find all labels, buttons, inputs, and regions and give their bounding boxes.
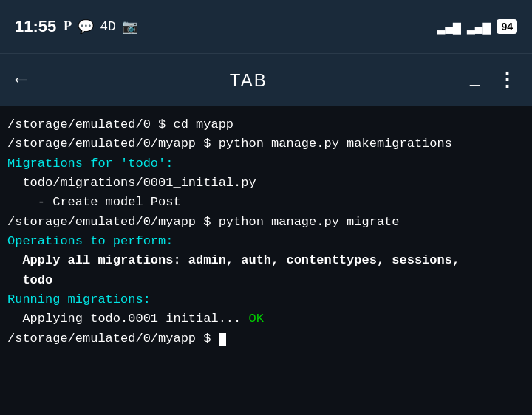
terminal-line-6: /storage/emulated/0/myapp $ python manag… <box>7 213 525 232</box>
terminal-line-2: /storage/emulated/0/myapp $ python manag… <box>7 134 525 154</box>
more-options-button[interactable]: ⋮ <box>497 69 517 92</box>
signal-icon: ▂▄▆ <box>437 18 460 35</box>
terminal-line-7: Operations to perform: <box>7 232 525 251</box>
terminal-line-1: /storage/emulated/0 $ cd myapp <box>7 115 525 134</box>
back-button[interactable]: ← <box>15 69 27 92</box>
toolbar-actions: _ ⋮ <box>470 69 517 92</box>
toolbar-title: TAB <box>230 70 267 91</box>
status-icons: 𝐏 💬 4D 📷 <box>64 18 138 35</box>
battery-level: 94 <box>497 19 517 34</box>
parking-icon: 𝐏 <box>64 19 72 34</box>
4d-icon: 4D <box>100 19 116 34</box>
instagram-icon: 📷 <box>122 18 138 35</box>
status-right: ▂▄▆ ▂▄▆ 94 <box>437 18 517 35</box>
terminal-cursor <box>219 333 226 346</box>
terminal-line-5: - Create model Post <box>7 193 525 212</box>
ok-status: OK <box>248 312 263 326</box>
terminal-line-11: Applying todo.0001_initial... OK <box>7 309 525 329</box>
terminal: /storage/emulated/0 $ cd myapp /storage/… <box>0 106 532 415</box>
terminal-line-12: /storage/emulated/0/myapp $ <box>7 329 525 349</box>
signal-icon-2: ▂▄▆ <box>467 18 491 35</box>
terminal-line-9: todo <box>7 271 525 290</box>
minimize-button[interactable]: _ <box>470 71 480 89</box>
terminal-line-3: Migrations for 'todo': <box>7 154 525 174</box>
terminal-line-8: Apply all migrations: admin, auth, conte… <box>7 251 525 270</box>
status-bar: 11:55 𝐏 💬 4D 📷 ▂▄▆ ▂▄▆ 94 <box>0 0 532 53</box>
status-left: 11:55 𝐏 💬 4D 📷 <box>15 17 138 36</box>
toolbar: ← TAB _ ⋮ <box>0 53 532 106</box>
terminal-line-4: todo/migrations/0001_initial.py <box>7 174 525 193</box>
status-time: 11:55 <box>15 17 56 36</box>
terminal-line-10: Running migrations: <box>7 290 525 309</box>
messenger-icon: 💬 <box>78 18 94 35</box>
